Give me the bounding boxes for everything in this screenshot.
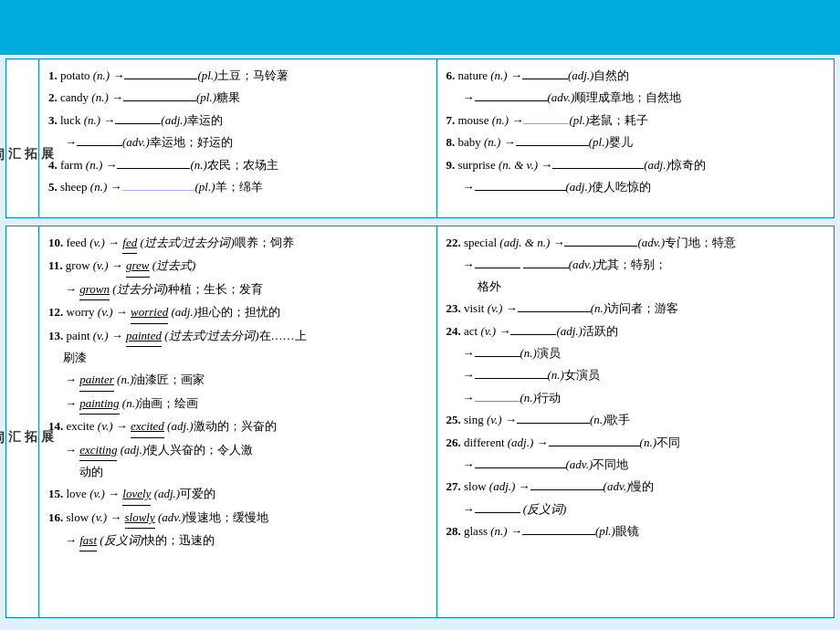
entry-3b: →(adv.)幸运地；好运的 xyxy=(65,131,427,152)
top-section-label: 词汇拓展 xyxy=(6,59,39,217)
entry-24d: →(n.)行动 xyxy=(463,387,825,408)
main-container: 词汇拓展 1. potato (n.) →(pl.)土豆；马铃薯 2. cand… xyxy=(0,55,840,622)
entry-16: 16. slow (v.) → slowly (adv.)慢速地；缓慢地 xyxy=(48,507,427,529)
entry-24c: →(n.)女演员 xyxy=(463,364,825,385)
top-right-col: 6. nature (n.) →(adj.)自然的 →(adv.)顺理成章地；自… xyxy=(437,59,835,217)
entry-13: 13. paint (v.) → painted (过去式/过去分词)在……上 … xyxy=(48,325,427,369)
entry-26: 26. different (adj.) →(n.)不同 xyxy=(446,432,825,453)
top-banner xyxy=(0,0,840,55)
top-section: 词汇拓展 1. potato (n.) →(pl.)土豆；马铃薯 2. cand… xyxy=(5,58,835,218)
entry-8: 8. baby (n.) →(pl.)婴儿 xyxy=(446,131,825,152)
entry-7: 7. mouse (n.) →(pl.)老鼠；耗子 xyxy=(446,110,825,131)
entry-24: 24. act (v.) →(adj.)活跃的 xyxy=(446,320,825,341)
entry-13b: → painter (n.)油漆匠；画家 xyxy=(65,369,427,391)
entry-11: 11. grow (v.) → grew (过去式) xyxy=(48,255,427,277)
entry-10: 10. feed (v.) → fed (过去式/过去分词)喂养；饲养 xyxy=(48,232,427,254)
entry-22: 22. special (adj. & n.) →(adv.)专门地；特意 xyxy=(446,232,825,253)
entry-12: 12. worry (v.) → worried (adj.)担心的；担忧的 xyxy=(48,301,427,323)
entry-5: 5. sheep (n.) →(pl.)羊；绵羊 xyxy=(48,176,427,197)
entry-22b: → (adv.)尤其；特别； 格外 xyxy=(463,254,825,297)
entry-15: 15. love (v.) → lovely (adj.)可爱的 xyxy=(48,483,427,505)
entry-13c: → painting (n.)油画；绘画 xyxy=(65,393,427,415)
top-left-col: 1. potato (n.) →(pl.)土豆；马铃薯 2. candy (n.… xyxy=(39,59,437,217)
entry-6b: →(adv.)顺理成章地；自然地 xyxy=(463,87,825,108)
bottom-right-col: 22. special (adj. & n.) →(adv.)专门地；特意 → … xyxy=(437,226,835,617)
entry-3: 3. luck (n.) →(adj.)幸运的 xyxy=(48,110,427,131)
entry-14b: → exciting (adj.)使人兴奋的；令人激 动的 xyxy=(65,439,427,483)
entry-2: 2. candy (n.) →(pl.)糖果 xyxy=(48,87,427,108)
entry-26b: →(adv.)不同地 xyxy=(463,454,825,475)
entry-6: 6. nature (n.) →(adj.)自然的 xyxy=(446,65,825,86)
bottom-left-col: 10. feed (v.) → fed (过去式/过去分词)喂养；饲养 11. … xyxy=(39,226,437,617)
bottom-section-content: 10. feed (v.) → fed (过去式/过去分词)喂养；饲养 11. … xyxy=(39,226,834,617)
entry-4: 4. farm (n.) →(n.)农民；农场主 xyxy=(48,154,427,175)
top-section-content: 1. potato (n.) →(pl.)土豆；马铃薯 2. candy (n.… xyxy=(39,59,834,217)
entry-27: 27. slow (adj.) →(adv.)慢的 xyxy=(446,476,825,497)
entry-25: 25. sing (v.) →(n.)歌手 xyxy=(446,409,825,430)
entry-11b: → grown (过去分词)种植；生长；发育 xyxy=(65,278,427,300)
entry-1: 1. potato (n.) →(pl.)土豆；马铃薯 xyxy=(48,65,427,86)
entry-16b: → fast (反义词)快的；迅速的 xyxy=(65,530,427,551)
bottom-section-label: 词汇拓展 xyxy=(6,226,39,617)
entry-23: 23. visit (v.) →(n.)访问者；游客 xyxy=(446,298,825,319)
entry-24b: →(n.)演员 xyxy=(463,342,825,363)
bottom-section: 词汇拓展 10. feed (v.) → fed (过去式/过去分词)喂养；饲养… xyxy=(5,226,835,618)
entry-9b: →(adj.)使人吃惊的 xyxy=(463,176,825,197)
entry-14: 14. excite (v.) → excited (adj.)激动的；兴奋的 xyxy=(48,415,427,437)
entry-28: 28. glass (n.) →(pl.)眼镜 xyxy=(446,520,825,541)
entry-9: 9. surprise (n. & v.) →(adj.)惊奇的 xyxy=(446,154,825,175)
entry-27b: → (反义词) xyxy=(463,499,825,520)
